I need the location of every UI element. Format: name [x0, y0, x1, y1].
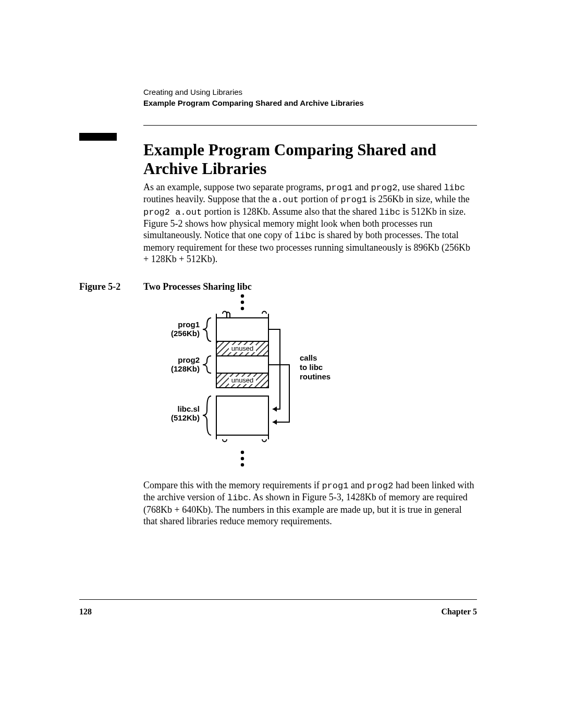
section-marker-bar: [79, 133, 117, 141]
top-rule: [143, 125, 477, 126]
libc-size: (512Kb): [171, 413, 200, 422]
code-prog1: prog1: [322, 481, 348, 491]
code-prog2: prog2: [371, 183, 397, 193]
svg-point-12: [241, 451, 244, 454]
paragraph-1: As an example, suppose two separate prog…: [143, 181, 477, 265]
page: Creating and Using Libraries Example Pro…: [0, 0, 563, 728]
text: portion is 128Kb. Assume also that the s…: [202, 206, 379, 217]
svg-rect-11: [216, 396, 268, 435]
libc-label: libc.sl: [177, 404, 200, 413]
svg-point-13: [241, 457, 244, 460]
code-libc: libc: [227, 493, 249, 503]
section-title: Example Program Comparing Shared and Arc…: [143, 141, 477, 178]
calls-label-2: to libc: [300, 363, 323, 372]
svg-marker-16: [273, 419, 277, 425]
code-prog1b: prog1: [340, 195, 367, 205]
svg-point-14: [241, 463, 244, 466]
svg-point-0: [241, 294, 244, 298]
text: Compare this with the memory requirement…: [143, 480, 322, 490]
calls-label-3: routines: [300, 372, 331, 381]
unused-label-2: unused: [231, 376, 254, 384]
text: portion of: [299, 194, 341, 204]
text: routines heavily. Suppose that the: [143, 194, 272, 204]
svg-rect-3: [216, 318, 268, 341]
code-libc2: libc: [379, 207, 400, 217]
figure-label: Figure 5-2: [79, 281, 120, 292]
chapter-label: Chapter 5: [441, 607, 477, 616]
footer: 128 Chapter 5: [79, 607, 477, 616]
figure-5-2: unused unused prog1 (256Kb) prog2 (128Kb…: [143, 292, 477, 474]
header-chapter: Creating and Using Libraries: [143, 88, 477, 96]
page-number: 128: [79, 607, 92, 616]
prog2-size: (128Kb): [171, 364, 200, 373]
svg-marker-15: [273, 406, 277, 412]
running-header: Creating and Using Libraries Example Pro…: [143, 88, 477, 107]
figure-caption: Two Processes Sharing libc: [143, 281, 252, 292]
prog1-label: prog1: [178, 320, 200, 329]
svg-point-2: [241, 307, 244, 310]
text: , use shared: [397, 182, 444, 192]
svg-point-1: [241, 301, 244, 304]
prog1-size: (256Kb): [171, 329, 200, 338]
code-prog2: prog2: [366, 481, 393, 491]
bottom-rule: [79, 599, 477, 600]
text: is 256Kb in size, while the: [367, 194, 469, 204]
calls-label-1: calls: [300, 353, 317, 362]
paragraph-2: Compare this with the memory requirement…: [143, 479, 477, 527]
text: and: [348, 480, 366, 490]
text: As an example, suppose two separate prog…: [143, 182, 326, 192]
code-prog2-aout: prog2 a.out: [143, 207, 202, 217]
header-section: Example Program Comparing Shared and Arc…: [143, 98, 477, 107]
code-prog1: prog1: [326, 183, 352, 193]
code-libc3: libc: [295, 231, 316, 241]
unused-label: unused: [231, 344, 254, 352]
code-libc: libc: [444, 183, 465, 193]
svg-rect-8: [216, 356, 268, 373]
code-aout: a.out: [272, 195, 299, 205]
text: and: [352, 182, 371, 192]
prog2-label: prog2: [178, 355, 200, 364]
